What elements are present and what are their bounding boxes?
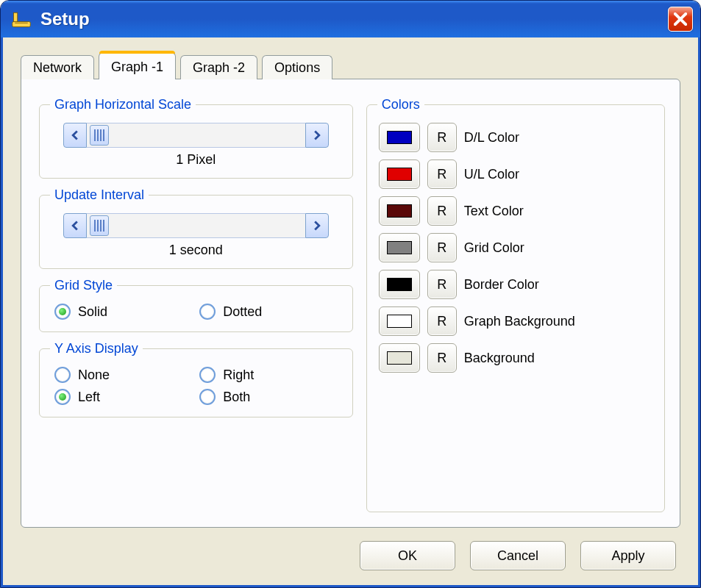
color-swatch	[387, 204, 412, 218]
radio-label: Dotted	[223, 304, 262, 320]
color-row-graph-bg: R Graph Background	[379, 306, 650, 336]
slider-thumb[interactable]	[90, 125, 109, 146]
chevron-right-icon	[312, 130, 322, 140]
color-swatch	[387, 168, 412, 181]
chevron-left-icon	[70, 130, 80, 140]
radio-label: Solid	[78, 304, 107, 320]
radio-yaxis-none[interactable]: None	[54, 367, 192, 383]
radio-grid-solid[interactable]: Solid	[54, 304, 192, 320]
color-swatch	[387, 278, 412, 291]
color-label: D/L Color	[464, 130, 519, 146]
ok-button[interactable]: OK	[360, 541, 455, 570]
chevron-left-icon	[70, 220, 80, 231]
group-colors: Colors R D/L Color R U/L Color	[366, 97, 665, 512]
group-legend: Graph Horizontal Scale	[50, 97, 196, 112]
radio-icon	[199, 367, 216, 383]
radio-icon	[54, 367, 71, 383]
color-label: Grid Color	[464, 240, 524, 256]
dialog-footer: OK Cancel Apply	[21, 528, 680, 572]
color-row-ul: R U/L Color	[379, 159, 650, 189]
slider-track[interactable]	[87, 213, 305, 238]
color-swatch	[387, 315, 412, 328]
color-reset-button[interactable]: R	[427, 123, 457, 152]
color-label: Border Color	[464, 277, 539, 293]
color-reset-button[interactable]: R	[427, 159, 457, 189]
color-reset-button[interactable]: R	[427, 306, 457, 336]
slider-decrease-button[interactable]	[63, 123, 87, 148]
color-reset-button[interactable]: R	[427, 270, 457, 299]
svg-rect-0	[13, 22, 31, 27]
tab-graph-1[interactable]: Graph -1	[99, 52, 176, 79]
color-row-background: R Background	[379, 343, 650, 373]
radio-label: Right	[223, 368, 254, 383]
svg-rect-1	[14, 12, 18, 21]
radio-yaxis-left[interactable]: Left	[54, 389, 192, 405]
color-swatch-button[interactable]	[379, 196, 420, 226]
tab-network[interactable]: Network	[21, 55, 94, 79]
tab-panel: Graph Horizontal Scale	[21, 79, 680, 528]
group-update-interval: Update Interval	[39, 187, 353, 269]
color-row-grid: R Grid Color	[379, 233, 650, 262]
tabstrip: Network Graph -1 Graph -2 Options	[21, 52, 680, 79]
radio-icon	[54, 304, 71, 320]
color-label: Graph Background	[464, 314, 575, 329]
slider-decrease-button[interactable]	[63, 213, 87, 238]
color-reset-button[interactable]: R	[427, 233, 457, 262]
color-swatch-button[interactable]	[379, 123, 420, 152]
color-row-dl: R D/L Color	[379, 123, 650, 152]
radio-yaxis-right[interactable]: Right	[199, 367, 337, 383]
graph-scale-slider[interactable]	[63, 123, 329, 148]
slider-track[interactable]	[87, 123, 305, 148]
radio-label: Both	[223, 390, 250, 405]
chevron-right-icon	[312, 220, 322, 231]
radio-icon	[199, 389, 216, 405]
color-reset-button[interactable]: R	[427, 196, 457, 226]
window-title: Setup	[40, 9, 668, 29]
close-icon	[674, 12, 687, 26]
slider-thumb[interactable]	[90, 215, 109, 236]
color-swatch-button[interactable]	[379, 233, 420, 262]
graph-scale-value: 1 Pixel	[176, 152, 216, 168]
right-column: Colors R D/L Color R U/L Color	[366, 97, 665, 512]
color-label: Text Color	[464, 204, 524, 219]
radio-icon	[54, 389, 71, 405]
group-legend: Colors	[377, 97, 424, 112]
client-area: Network Graph -1 Graph -2 Options Graph …	[1, 37, 700, 587]
radio-label: Left	[78, 390, 100, 405]
color-swatch-button[interactable]	[379, 270, 420, 299]
color-swatch	[387, 131, 412, 144]
group-graph-scale: Graph Horizontal Scale	[39, 97, 353, 179]
slider-increase-button[interactable]	[305, 213, 329, 238]
close-button[interactable]	[668, 7, 693, 32]
tab-graph-2[interactable]: Graph -2	[180, 55, 257, 79]
setup-dialog: Setup Network Graph -1 Graph -2 Options …	[0, 0, 701, 588]
color-swatch-button[interactable]	[379, 159, 420, 189]
titlebar: Setup	[1, 1, 700, 37]
color-reset-button[interactable]: R	[427, 343, 457, 373]
color-row-text: R Text Color	[379, 196, 650, 226]
color-swatch-button[interactable]	[379, 306, 420, 336]
color-swatch	[387, 351, 412, 365]
radio-yaxis-both[interactable]: Both	[199, 389, 337, 405]
group-legend: Grid Style	[50, 278, 117, 293]
color-row-border: R Border Color	[379, 270, 650, 299]
group-grid-style: Grid Style Solid Dotted	[39, 278, 353, 332]
color-label: U/L Color	[464, 167, 519, 182]
radio-label: None	[78, 368, 110, 383]
update-interval-slider[interactable]	[63, 213, 329, 238]
apply-button[interactable]: Apply	[580, 541, 676, 570]
app-icon	[11, 9, 32, 29]
radio-grid-dotted[interactable]: Dotted	[199, 304, 337, 320]
color-label: Background	[464, 351, 535, 366]
color-swatch	[387, 241, 412, 254]
update-interval-value: 1 second	[169, 243, 223, 258]
left-column: Graph Horizontal Scale	[39, 97, 353, 512]
cancel-button[interactable]: Cancel	[470, 541, 566, 570]
group-legend: Update Interval	[50, 187, 149, 203]
color-swatch-button[interactable]	[379, 343, 420, 373]
radio-icon	[199, 304, 216, 320]
group-y-axis: Y Axis Display None Right Left	[39, 341, 353, 417]
tab-options[interactable]: Options	[262, 55, 332, 79]
group-legend: Y Axis Display	[50, 341, 143, 356]
slider-increase-button[interactable]	[305, 123, 329, 148]
